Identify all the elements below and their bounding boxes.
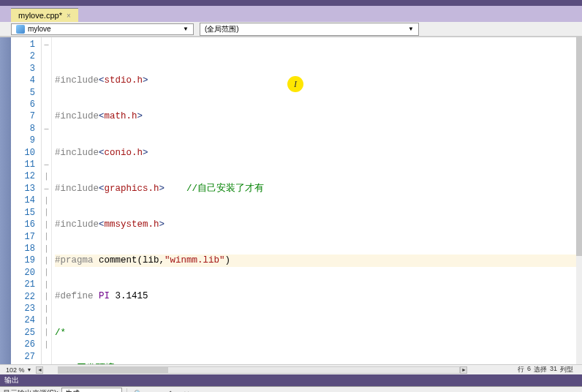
ln: 14: [11, 195, 35, 206]
scroll-left-icon[interactable]: ◄: [36, 366, 43, 374]
ln: 17: [11, 231, 35, 243]
ln: 20: [11, 267, 35, 279]
editor-status-bar: 102 % ▼ ◄ ► 行 6 选择 31 列型: [0, 364, 582, 374]
member-dropdown[interactable]: (全局范围) ▼: [200, 23, 419, 36]
output-toolbar: 显示输出来源(S): 生成 ▼ 🔍 ≡ ⬆ ✕ ↩: [0, 386, 582, 392]
ln: 19: [11, 255, 35, 266]
chevron-down-icon: ▼: [183, 26, 189, 32]
fold-icon[interactable]: –: [42, 183, 51, 195]
ln: 1: [11, 39, 35, 50]
col-label: 选择: [534, 365, 547, 374]
project-icon: [16, 25, 25, 34]
ln: 6: [11, 99, 35, 110]
scope-dropdown[interactable]: mylove ▼: [11, 23, 194, 35]
find-icon[interactable]: 🔍: [132, 388, 145, 392]
cursor-marker: I: [287, 76, 303, 92]
line-numbers: 1 2 3 4 5 6 7 8 9 10 11 12 13 14 15 16 1…: [11, 37, 42, 364]
ln: 9: [11, 135, 35, 146]
breadcrumb: mylove ▼ (全局范围) ▼: [0, 22, 582, 37]
goto-icon[interactable]: ≡: [148, 388, 161, 392]
code-editor[interactable]: 1 2 3 4 5 6 7 8 9 10 11 12 13 14 15 16 1…: [0, 37, 582, 364]
separator: [126, 388, 127, 392]
vertical-scrollbar[interactable]: [576, 37, 582, 364]
ln: 8: [11, 123, 35, 135]
fold-column: – – – | – | | | | | | | | | | | | |: [42, 37, 52, 364]
chevron-down-icon: ▼: [408, 26, 414, 32]
scrollbar-thumb[interactable]: [576, 37, 582, 256]
ln: 12: [11, 170, 35, 182]
ln: 3: [11, 63, 35, 75]
ln: 18: [11, 243, 35, 255]
horizontal-scrollbar[interactable]: [58, 366, 460, 374]
fold-icon[interactable]: –: [42, 123, 51, 135]
col-number: 31: [550, 365, 557, 374]
left-margin: [0, 37, 11, 364]
ln: 22: [11, 291, 35, 303]
ln: 7: [11, 110, 35, 122]
ln: 2: [11, 50, 35, 62]
scope-label: mylove: [28, 25, 51, 33]
wrap-icon[interactable]: ↩: [196, 388, 209, 392]
ln: 27: [11, 351, 35, 363]
ln: 24: [11, 314, 35, 326]
ln: 5: [11, 87, 35, 99]
ln: 13: [11, 183, 35, 195]
chevron-down-icon[interactable]: ▼: [27, 367, 32, 372]
tab-title: mylove.cpp*: [18, 11, 62, 20]
scroll-right-icon[interactable]: ►: [460, 366, 467, 374]
fold-icon[interactable]: –: [42, 39, 51, 50]
line-label: 行: [518, 365, 524, 374]
line-number: 6: [527, 365, 531, 374]
output-source-label: 显示输出来源(S):: [3, 388, 58, 392]
ln: 23: [11, 303, 35, 314]
code-content[interactable]: I #include<stdio.h> #include<math.h> #in…: [52, 37, 582, 364]
ln: 26: [11, 339, 35, 350]
ln: 11: [11, 159, 35, 170]
ln: 16: [11, 219, 35, 230]
zoom-level[interactable]: 102 %: [0, 366, 25, 374]
mode: 列型: [560, 365, 573, 374]
close-icon[interactable]: ×: [67, 12, 71, 20]
output-panel-header[interactable]: 输出: [0, 374, 582, 386]
fold-icon[interactable]: –: [42, 159, 51, 170]
ln: 21: [11, 279, 35, 290]
member-label: (全局范围): [205, 24, 239, 34]
ln: 25: [11, 327, 35, 339]
clear-icon[interactable]: ✕: [180, 388, 193, 392]
prev-icon[interactable]: ⬆: [164, 388, 177, 392]
title-bar: [0, 0, 582, 6]
output-source-dropdown[interactable]: 生成 ▼: [61, 388, 122, 392]
scrollbar-thumb[interactable]: [58, 367, 168, 373]
file-tab[interactable]: mylove.cpp* ×: [11, 8, 78, 22]
ln: 10: [11, 147, 35, 159]
ln: 15: [11, 207, 35, 219]
tab-bar: mylove.cpp* ×: [0, 6, 582, 22]
ln: 4: [11, 75, 35, 86]
